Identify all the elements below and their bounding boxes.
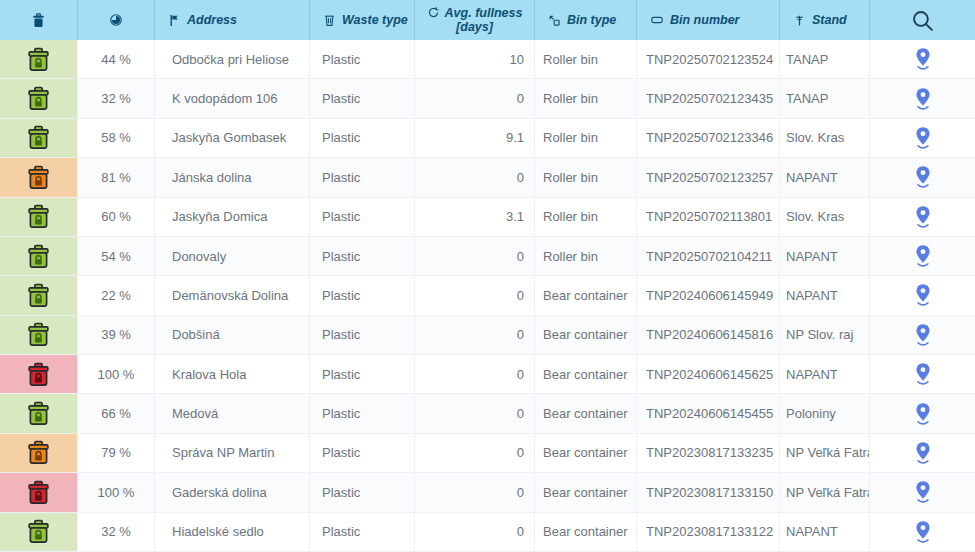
column-header-avg-fullness[interactable]: Avg. fullness [days] [415,0,535,40]
bin-number-cell: TNP20240606145455 [637,394,780,433]
column-header-bin-type[interactable]: Bin type [535,0,637,40]
bin-type-cell: Bear container [535,316,637,355]
map-pin-icon[interactable] [913,402,933,426]
table-row[interactable]: 22 % Demänovská Dolina Plastic 0 Bear co… [0,276,975,315]
bin-number-cell: TNP20250702123346 [637,119,780,158]
map-pin-icon[interactable] [913,47,933,71]
address-cell: Jánska dolina [155,158,310,197]
bin-icon [31,13,46,28]
map-pin-icon[interactable] [913,362,933,386]
bin-number-cell: TNP20250702104211 [637,237,780,276]
map-pin-icon[interactable] [913,480,933,504]
stand-cell: NP Veľká Fatra [780,434,870,473]
column-header-waste-type[interactable]: Waste type [310,0,415,40]
avg-fullness-cell: 0 [415,394,535,433]
bin-number-cell: TNP20250702123435 [637,79,780,118]
table-row[interactable]: 79 % Správa NP Martin Plastic 0 Bear con… [0,434,975,473]
map-pin-icon[interactable] [913,441,933,465]
table-row[interactable]: 66 % Medová Plastic 0 Bear container TNP… [0,394,975,433]
waste-type-cell: Plastic [310,473,415,512]
search-icon[interactable] [910,8,935,33]
bin-type-cell: Roller bin [535,119,637,158]
status-cell [0,276,78,315]
map-pin-icon[interactable] [913,244,933,268]
address-cell: Hiadelské sedlo [155,513,310,552]
status-cell [0,316,78,355]
map-pin-icon[interactable] [913,283,933,307]
status-cell [0,237,78,276]
map-pin-icon[interactable] [913,205,933,229]
address-cell: Odbočka pri Heliose [155,40,310,79]
fullness-cell: 66 % [78,394,155,433]
bins-table: Address Waste type Avg. fullness [days] [0,0,975,552]
stand-cell: TANAP [780,40,870,79]
fullness-cell: 32 % [78,513,155,552]
stand-cell: NAPANT [780,158,870,197]
avg-fullness-cell: 0 [415,276,535,315]
bin-status-icon [25,283,52,308]
stand-cell: NAPANT [780,513,870,552]
column-header-fullness[interactable] [78,0,155,40]
bin-type-cell: Roller bin [535,198,637,237]
table-row[interactable]: 32 % Hiadelské sedlo Plastic 0 Bear cont… [0,513,975,552]
waste-type-cell: Plastic [310,40,415,79]
column-header-status[interactable] [0,0,78,40]
column-header-address[interactable]: Address [155,0,310,40]
address-cell: Donovaly [155,237,310,276]
waste-type-cell: Plastic [310,394,415,433]
column-label: Bin number [670,13,739,27]
locate-cell [870,198,975,237]
bin-status-icon [25,244,52,269]
avg-fullness-cell: 0 [415,237,535,276]
status-cell [0,355,78,394]
bin-type-cell: Bear container [535,513,637,552]
bin-status-icon [25,47,52,72]
table-row[interactable]: 32 % K vodopádom 106 Plastic 0 Roller bi… [0,79,975,118]
address-cell: Správa NP Martin [155,434,310,473]
map-pin-icon[interactable] [913,520,933,544]
table-row[interactable]: 44 % Odbočka pri Heliose Plastic 10 Roll… [0,40,975,79]
address-cell: Dobšiná [155,316,310,355]
fullness-cell: 22 % [78,276,155,315]
stand-cell: NAPANT [780,237,870,276]
table-row[interactable]: 81 % Jánska dolina Plastic 0 Roller bin … [0,158,975,197]
avg-fullness-cell: 0 [415,79,535,118]
map-pin-icon[interactable] [913,126,933,150]
waste-bin-icon [323,14,336,27]
table-row[interactable]: 60 % Jaskyňa Domica Plastic 3.1 Roller b… [0,198,975,237]
map-pin-icon[interactable] [913,165,933,189]
locate-cell [870,276,975,315]
column-label: Waste type [342,13,408,27]
status-cell [0,40,78,79]
table-row[interactable]: 100 % Kralova Hola Plastic 0 Bear contai… [0,355,975,394]
table-row[interactable]: 54 % Donovaly Plastic 0 Roller bin TNP20… [0,237,975,276]
column-header-stand[interactable]: Stand [780,0,870,40]
status-cell [0,434,78,473]
locate-cell [870,79,975,118]
bin-status-icon [25,204,52,229]
bin-number-cell: TNP20250702123524 [637,40,780,79]
bin-status-icon [25,86,52,111]
waste-type-cell: Plastic [310,513,415,552]
column-header-bin-number[interactable]: Bin number [637,0,780,40]
bin-type-select-icon [548,14,561,27]
bin-type-cell: Bear container [535,355,637,394]
table-row[interactable]: 39 % Dobšiná Plastic 0 Bear container TN… [0,316,975,355]
map-pin-icon[interactable] [913,323,933,347]
bin-type-cell: Bear container [535,276,637,315]
bin-number-cell: TNP20250702113801 [637,198,780,237]
fullness-cell: 39 % [78,316,155,355]
bin-number-cell: TNP20240606145816 [637,316,780,355]
bin-status-icon [25,362,52,387]
table-row[interactable]: 100 % Gaderská dolina Plastic 0 Bear con… [0,473,975,512]
map-pin-icon[interactable] [913,87,933,111]
bin-type-cell: Roller bin [535,237,637,276]
column-header-search [870,0,975,40]
table-row[interactable]: 58 % Jaskyňa Gombasek Plastic 9.1 Roller… [0,119,975,158]
status-cell [0,513,78,552]
fullness-gauge-icon [109,13,123,27]
status-cell [0,119,78,158]
column-label: Stand [812,13,847,27]
waste-type-cell: Plastic [310,198,415,237]
avg-fullness-cell: 0 [415,434,535,473]
